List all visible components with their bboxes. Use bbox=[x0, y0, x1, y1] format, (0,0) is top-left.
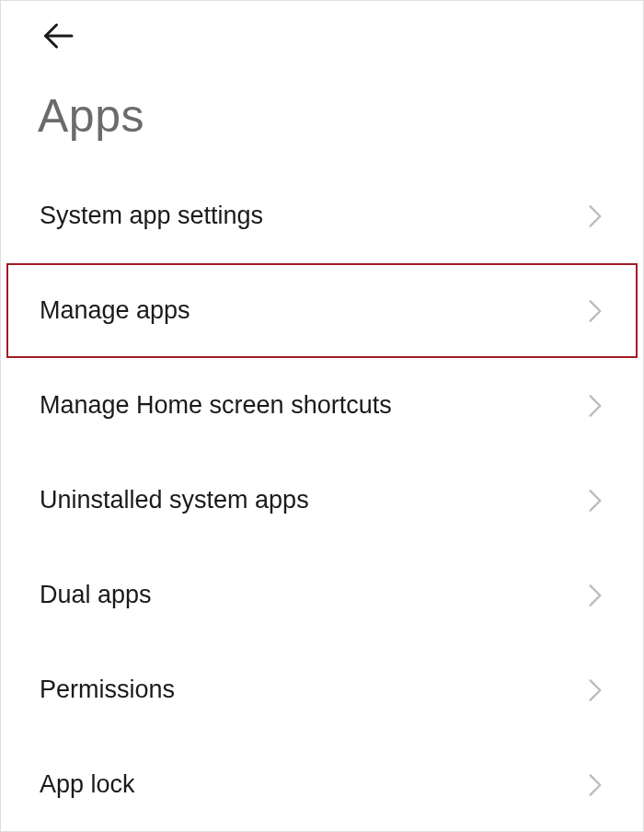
chevron-right-icon bbox=[586, 393, 604, 419]
arrow-left-icon bbox=[41, 19, 75, 56]
chevron-right-icon bbox=[586, 583, 604, 608]
list-item-label: App lock bbox=[40, 770, 135, 799]
list-item-manage-apps[interactable]: Manage apps bbox=[1, 263, 643, 358]
list-item-label: Uninstalled system apps bbox=[40, 486, 309, 514]
list-item-manage-home-screen-shortcuts[interactable]: Manage Home screen shortcuts bbox=[1, 358, 643, 453]
list-item-dual-apps[interactable]: Dual apps bbox=[1, 548, 643, 642]
list-item-label: Permissions bbox=[40, 676, 175, 704]
chevron-right-icon bbox=[586, 772, 604, 798]
list-item-system-app-settings[interactable]: System app settings bbox=[1, 168, 643, 263]
chevron-right-icon bbox=[586, 677, 604, 703]
list-item-label: System app settings bbox=[40, 202, 263, 230]
chevron-right-icon bbox=[586, 298, 604, 324]
list-item-app-lock[interactable]: App lock bbox=[1, 737, 643, 832]
list-item-permissions[interactable]: Permissions bbox=[1, 642, 643, 737]
back-button[interactable] bbox=[38, 17, 78, 58]
list-item-label: Manage apps bbox=[40, 296, 190, 325]
page-title: Apps bbox=[38, 89, 144, 143]
list-item-uninstalled-system-apps[interactable]: Uninstalled system apps bbox=[1, 453, 643, 548]
list-item-label: Manage Home screen shortcuts bbox=[40, 391, 392, 420]
chevron-right-icon bbox=[586, 488, 604, 514]
chevron-right-icon bbox=[586, 203, 604, 229]
list-item-label: Dual apps bbox=[40, 581, 152, 609]
settings-list: System app settings Manage apps Manage H… bbox=[1, 168, 643, 832]
